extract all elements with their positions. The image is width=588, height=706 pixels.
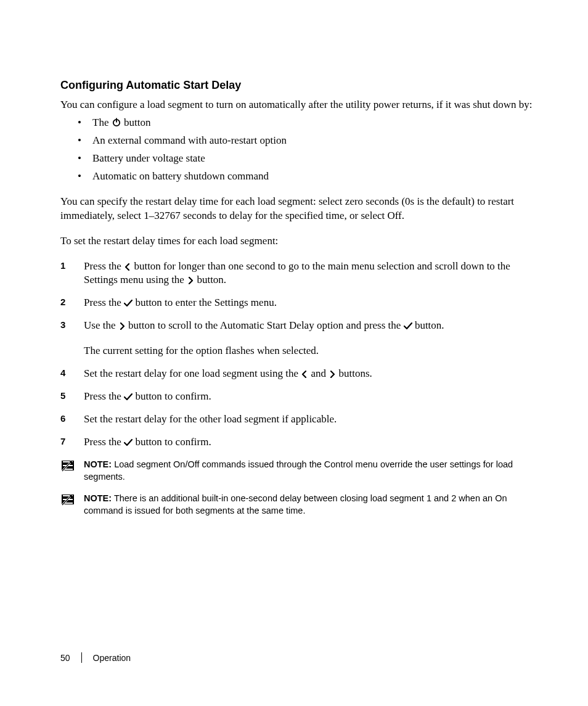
- note-icon: [60, 459, 75, 472]
- note-label: NOTE:: [84, 459, 112, 469]
- step-list: Press the button for longer than one sec…: [60, 260, 533, 449]
- check-icon: [404, 322, 412, 330]
- section-heading: Configuring Automatic Start Delay: [60, 79, 533, 92]
- footer-divider: [81, 652, 82, 663]
- step-text: buttons.: [338, 367, 372, 379]
- left-icon: [301, 371, 308, 378]
- page: Configuring Automatic Start Delay You ca…: [0, 0, 588, 517]
- note-text: NOTE: There is an additional built-in on…: [84, 492, 533, 517]
- bullet-item: Battery under voltage state: [92, 152, 533, 166]
- check-icon: [124, 439, 133, 446]
- step-item: Set the restart delay for one load segme…: [60, 367, 533, 381]
- power-icon: [112, 117, 121, 127]
- step-text: Press the: [84, 390, 124, 402]
- note-icon: [60, 493, 75, 506]
- footer-section: Operation: [93, 653, 131, 663]
- step-text: Use the: [84, 319, 118, 331]
- step-text: Press the: [84, 297, 124, 308]
- bullet-item: Automatic on battery shutdown command: [92, 170, 533, 184]
- step-text: button to confirm.: [135, 390, 211, 402]
- right-icon: [187, 277, 194, 284]
- step-text: button for longer than one second to go …: [84, 260, 510, 286]
- bullet-text: button: [124, 117, 150, 128]
- note-text: NOTE: Load segment On/Off commands issue…: [84, 458, 533, 483]
- step-text: button to scroll to the Automatic Start …: [128, 319, 404, 331]
- note: NOTE: Load segment On/Off commands issue…: [60, 458, 533, 483]
- step-text: button to confirm.: [135, 436, 211, 448]
- note: NOTE: There is an additional built-in on…: [60, 492, 533, 517]
- right-icon: [329, 371, 336, 378]
- step-item: Set the restart delay for the other load…: [60, 413, 533, 427]
- check-icon: [124, 300, 133, 307]
- intro-paragraph: You can configure a load segment to turn…: [60, 98, 533, 112]
- step-item: Press the button to confirm.: [60, 435, 533, 449]
- step-item: Press the button for longer than one sec…: [60, 260, 533, 288]
- step-text: button.: [197, 274, 226, 285]
- step-subtext: The current setting for the option flash…: [84, 344, 533, 358]
- page-number: 50: [60, 653, 70, 663]
- left-icon: [124, 263, 131, 271]
- bullet-text: The: [92, 117, 112, 128]
- step-item: Use the button to scroll to the Automati…: [60, 319, 533, 358]
- step-text: button.: [415, 319, 444, 331]
- bullet-item: The button: [92, 116, 533, 130]
- check-icon: [124, 393, 133, 401]
- paragraph: You can specify the restart delay time f…: [60, 195, 533, 223]
- step-item: Press the button to confirm.: [60, 390, 533, 404]
- paragraph: To set the restart delay times for each …: [60, 234, 533, 248]
- right-icon: [118, 322, 126, 330]
- bullet-item: An external command with auto-restart op…: [92, 134, 533, 148]
- step-item: Press the button to enter the Settings m…: [60, 296, 533, 310]
- step-text: Press the: [84, 260, 124, 272]
- step-text: Set the restart delay for one load segme…: [84, 367, 301, 379]
- note-body: Load segment On/Off commands issued thro…: [84, 459, 513, 482]
- step-text: and: [311, 367, 329, 379]
- svg-rect-1: [116, 118, 117, 122]
- note-body: There is an additional built-in one-seco…: [84, 493, 507, 515]
- step-text: button to enter the Settings menu.: [135, 297, 276, 308]
- bullet-list: The button An external command with auto…: [60, 116, 533, 184]
- step-text: Press the: [84, 436, 124, 448]
- page-footer: 50 Operation: [60, 652, 131, 663]
- note-label: NOTE:: [84, 493, 112, 503]
